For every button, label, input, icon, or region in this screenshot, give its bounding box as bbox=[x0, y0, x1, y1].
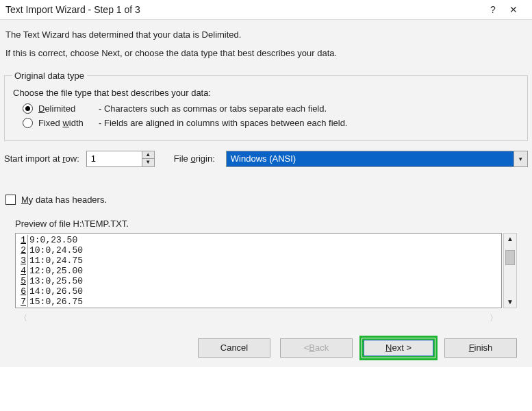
next-button[interactable]: Next > bbox=[362, 338, 435, 358]
start-row-label: Start import at row: bbox=[4, 153, 79, 164]
file-origin-select[interactable]: Windows (ANSI) ▾ bbox=[226, 151, 528, 167]
back-button: < Back bbox=[280, 338, 353, 358]
scroll-up-icon[interactable]: ▲ bbox=[507, 234, 514, 245]
radio-delimited-row[interactable]: Delimited - Characters such as commas or… bbox=[23, 103, 520, 114]
start-row-spinner[interactable]: ▲ ▼ bbox=[86, 151, 155, 167]
file-origin-label: File origin: bbox=[174, 153, 215, 164]
intro-line2: If this is correct, choose Next, or choo… bbox=[5, 47, 527, 61]
preview-area: 19:0,23.50 210:0,24.50 311:0,24.75 412:0… bbox=[15, 233, 517, 308]
chevron-down-icon[interactable]: ▾ bbox=[514, 151, 527, 166]
scroll-right-icon[interactable]: 〉 bbox=[490, 312, 498, 324]
radio-delimited-desc: - Characters such as commas or tabs sepa… bbox=[99, 103, 327, 114]
preview-label: Preview of file H:\TEMP.TXT. bbox=[15, 219, 527, 229]
help-button[interactable]: ? bbox=[483, 4, 503, 15]
headers-label: My data has headers. bbox=[21, 195, 107, 205]
cancel-button[interactable]: Cancel bbox=[198, 338, 270, 358]
intro-text: The Text Wizard has determined that your… bbox=[4, 25, 528, 64]
preview-line: 614:0,26.50 bbox=[16, 286, 501, 297]
spinner-up-icon[interactable]: ▲ bbox=[142, 151, 154, 160]
preview-line: 311:0,24.75 bbox=[16, 256, 501, 266]
preview-line: 715:0,26.75 bbox=[16, 297, 501, 307]
scroll-thumb[interactable] bbox=[505, 250, 515, 265]
preview-line: 513:0,25.50 bbox=[16, 276, 501, 286]
scroll-track[interactable] bbox=[504, 245, 516, 297]
window-title: Text Import Wizard - Step 1 of 3 bbox=[5, 4, 483, 15]
button-row: Cancel < Back Next > Finish bbox=[4, 325, 528, 359]
import-row: Start import at row: ▲ ▼ File origin: Wi… bbox=[4, 151, 528, 167]
radio-delimited[interactable] bbox=[23, 103, 33, 114]
radio-fixed-row[interactable]: Fixed width - Fields are aligned in colu… bbox=[23, 118, 520, 128]
scroll-down-icon[interactable]: ▼ bbox=[507, 297, 514, 308]
headers-row[interactable]: My data has headers. bbox=[5, 195, 528, 205]
radio-fixed[interactable] bbox=[23, 118, 33, 128]
radio-fixed-label: Fixed width bbox=[38, 118, 93, 128]
close-button[interactable]: ✕ bbox=[503, 4, 524, 15]
headers-checkbox[interactable] bbox=[5, 195, 16, 205]
radio-delimited-label: Delimited bbox=[38, 103, 93, 114]
preview-line: 19:0,23.50 bbox=[16, 235, 501, 245]
preview-line: 210:0,24.50 bbox=[16, 245, 501, 256]
titlebar: Text Import Wizard - Step 1 of 3 ? ✕ bbox=[0, 0, 532, 19]
original-legend: Original data type bbox=[12, 71, 87, 81]
intro-line1: The Text Wizard has determined that your… bbox=[5, 28, 527, 42]
vertical-scrollbar[interactable]: ▲ ▼ bbox=[503, 233, 517, 308]
scroll-left-icon[interactable]: 〈 bbox=[19, 312, 27, 324]
preview-box: 19:0,23.50 210:0,24.50 311:0,24.75 412:0… bbox=[15, 233, 502, 308]
finish-button[interactable]: Finish bbox=[444, 338, 517, 358]
radio-fixed-desc: - Fields are aligned in columns with spa… bbox=[99, 118, 347, 128]
spinner-down-icon[interactable]: ▼ bbox=[142, 159, 154, 166]
start-row-input[interactable] bbox=[87, 151, 142, 166]
file-origin-value[interactable]: Windows (ANSI) bbox=[227, 151, 514, 166]
horizontal-scrollbar[interactable]: 〈 〉 bbox=[15, 312, 502, 325]
dialog-body: The Text Wizard has determined that your… bbox=[0, 19, 532, 367]
preview-line: 412:0,25.00 bbox=[16, 266, 501, 276]
choose-label: Choose the file type that best describes… bbox=[13, 88, 520, 98]
original-data-type-group: Original data type Choose the file type … bbox=[4, 71, 528, 141]
